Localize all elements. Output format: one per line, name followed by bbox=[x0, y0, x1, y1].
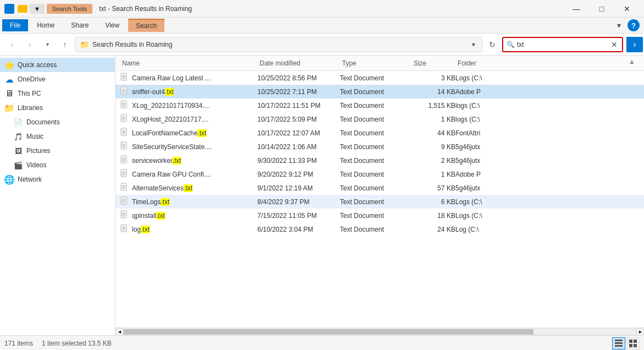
file-size: 1,515 KB bbox=[411, 102, 455, 110]
col-header-size[interactable]: Size bbox=[411, 59, 455, 67]
sidebar-item-documents[interactable]: 📄 Documents bbox=[0, 115, 115, 129]
close-button[interactable]: ✕ bbox=[614, 0, 640, 18]
table-row[interactable]: XLogHost_2022101717.... 10/17/2022 5:09 … bbox=[115, 112, 644, 126]
search-input[interactable] bbox=[517, 41, 608, 48]
up-button[interactable]: ↑ bbox=[57, 37, 73, 52]
file-folder: logs (C:\ bbox=[455, 102, 521, 110]
file-type: Text Document bbox=[340, 226, 411, 233]
sidebar-item-network[interactable]: 🌐 Network bbox=[0, 172, 115, 187]
file-icon bbox=[120, 141, 129, 152]
maximize-button[interactable]: □ bbox=[589, 0, 614, 18]
file-name-text: Camera Raw GPU Confi.... bbox=[132, 171, 211, 178]
file-date: 9/30/2022 11:33 PM bbox=[257, 157, 340, 165]
svg-rect-63 bbox=[629, 340, 632, 343]
dropdown-button[interactable]: ▾ bbox=[40, 37, 55, 52]
table-row[interactable]: Camera Raw Log Latest ... 10/25/2022 8:5… bbox=[115, 71, 644, 85]
onedrive-icon: ☁ bbox=[4, 74, 14, 84]
file-folder: Adobe P bbox=[455, 88, 521, 96]
table-row[interactable]: TimeLogs.txt 8/4/2022 9:37 PM Text Docum… bbox=[115, 195, 644, 209]
view-details-button[interactable] bbox=[612, 337, 625, 349]
col-header-date[interactable]: Date modified bbox=[257, 59, 340, 67]
search-box[interactable]: 🔍 ✕ bbox=[502, 37, 623, 52]
table-row[interactable]: SiteSecurityServiceState.... 10/14/2022 … bbox=[115, 140, 644, 154]
sidebar-label-quick-access: Quick access bbox=[18, 61, 57, 69]
tab-home[interactable]: Home bbox=[29, 19, 62, 31]
table-row[interactable]: LocalFontNameCache.txt 10/17/2022 12:07 … bbox=[115, 126, 644, 140]
file-folder: Logs (C:\ bbox=[455, 74, 521, 82]
svg-rect-61 bbox=[615, 342, 623, 344]
address-box[interactable]: 📁 Search Results in Roaming ▾ bbox=[75, 37, 482, 52]
table-row[interactable]: Camera Raw GPU Confi.... 9/20/2022 9:12 … bbox=[115, 167, 644, 181]
tab-share[interactable]: Share bbox=[63, 19, 96, 31]
sidebar-item-pictures[interactable]: 🖼 Pictures bbox=[0, 144, 115, 158]
svg-rect-64 bbox=[634, 340, 637, 343]
sidebar-label-libraries: Libraries bbox=[18, 104, 43, 112]
file-date: 10/14/2022 1:06 AM bbox=[257, 143, 340, 151]
tab-file[interactable]: File bbox=[2, 19, 28, 31]
view-tiles-button[interactable] bbox=[626, 337, 640, 349]
minimize-button[interactable]: — bbox=[564, 0, 589, 18]
sidebar-item-quick-access[interactable]: ⭐ Quick access bbox=[0, 58, 115, 72]
file-name-text: serviceworker.txt bbox=[132, 157, 181, 165]
item-count: 171 items bbox=[4, 340, 33, 347]
file-size: 3 KB bbox=[411, 74, 455, 82]
svg-rect-60 bbox=[615, 340, 623, 341]
file-type: Text Document bbox=[340, 143, 411, 151]
h-scroll-right-button[interactable]: ▸ bbox=[636, 328, 644, 336]
file-icon bbox=[120, 183, 129, 193]
table-row[interactable]: sniffer-out4.txt 10/25/2022 7:11 PM Text… bbox=[115, 85, 644, 99]
back-button[interactable]: ‹ bbox=[4, 37, 20, 52]
address-folder-icon: 📁 bbox=[80, 40, 89, 49]
sidebar-item-this-pc[interactable]: 🖥 This PC bbox=[0, 86, 115, 101]
ribbon-scroll-down[interactable]: ▾ bbox=[613, 20, 624, 31]
search-clear-button[interactable]: ✕ bbox=[610, 40, 619, 49]
file-date: 10/17/2022 5:09 PM bbox=[257, 116, 340, 123]
this-pc-icon: 🖥 bbox=[4, 89, 14, 99]
table-row[interactable]: XLog_20221017170934.... 10/17/2022 11:51… bbox=[115, 99, 644, 112]
file-date: 9/1/2022 12:19 AM bbox=[257, 184, 340, 192]
col-header-type[interactable]: Type bbox=[340, 59, 411, 67]
h-scroll-left-button[interactable]: ◂ bbox=[115, 328, 123, 336]
file-icon bbox=[120, 169, 129, 179]
col-header-folder[interactable]: Folder bbox=[455, 59, 510, 67]
table-row[interactable]: serviceworker.txt 9/30/2022 11:33 PM Tex… bbox=[115, 154, 644, 167]
sidebar: ⭐ Quick access ☁ OneDrive 🖥 This PC 📁 Li… bbox=[0, 56, 115, 335]
file-type: Text Document bbox=[340, 102, 411, 110]
view-buttons bbox=[612, 337, 640, 349]
file-date: 9/20/2022 9:12 PM bbox=[257, 171, 340, 178]
forward-button[interactable]: › bbox=[22, 37, 37, 52]
table-row[interactable]: log.txt 6/10/2022 3:04 PM Text Document … bbox=[115, 222, 644, 236]
help-button[interactable]: ? bbox=[628, 19, 640, 31]
horizontal-scrollbar[interactable]: ◂ ▸ bbox=[115, 327, 644, 335]
file-folder: FontAttri bbox=[455, 129, 521, 137]
sidebar-item-music[interactable]: 🎵 Music bbox=[0, 129, 115, 144]
scroll-up-arrow[interactable]: ▲ bbox=[629, 58, 635, 65]
sidebar-item-videos[interactable]: 🎬 Videos bbox=[0, 158, 115, 172]
h-scroll-thumb[interactable] bbox=[124, 329, 533, 335]
file-name-text: AlternateServices.txt bbox=[132, 184, 192, 192]
tab-search-tools[interactable]: Search Tools bbox=[47, 4, 92, 14]
address-bar: ‹ › ▾ ↑ 📁 Search Results in Roaming ▾ ↻ … bbox=[0, 34, 644, 56]
window-controls: — □ ✕ bbox=[564, 0, 640, 18]
address-dropdown-arrow[interactable]: ▾ bbox=[470, 41, 477, 48]
table-row[interactable]: qpinstall.txt 7/15/2022 11:05 PM Text Do… bbox=[115, 209, 644, 222]
sidebar-item-libraries[interactable]: 📁 Libraries bbox=[0, 101, 115, 115]
tab-view[interactable]: View bbox=[97, 19, 127, 31]
file-size: 14 KB bbox=[411, 88, 455, 96]
folder-icon bbox=[18, 5, 27, 13]
file-list[interactable]: Camera Raw Log Latest ... 10/25/2022 8:5… bbox=[115, 71, 644, 327]
file-folder: 5g46jutx bbox=[455, 143, 521, 151]
quick-access-icon: ⭐ bbox=[4, 60, 14, 70]
col-header-name[interactable]: Name bbox=[120, 59, 257, 67]
sidebar-item-onedrive[interactable]: ☁ OneDrive bbox=[0, 72, 115, 86]
refresh-button[interactable]: ↻ bbox=[485, 37, 500, 52]
file-date: 8/4/2022 9:37 PM bbox=[257, 198, 340, 206]
tab-inactive[interactable]: ▼ bbox=[30, 4, 45, 14]
h-scroll-track[interactable] bbox=[123, 329, 636, 335]
table-row[interactable]: AlternateServices.txt 9/1/2022 12:19 AM … bbox=[115, 181, 644, 195]
tab-search[interactable]: Search bbox=[128, 19, 164, 32]
file-name-text: SiteSecurityServiceState.... bbox=[132, 143, 212, 151]
file-date: 10/25/2022 8:56 PM bbox=[257, 74, 340, 82]
search-go-button[interactable]: › bbox=[626, 37, 643, 52]
sidebar-label-this-pc: This PC bbox=[18, 90, 41, 97]
